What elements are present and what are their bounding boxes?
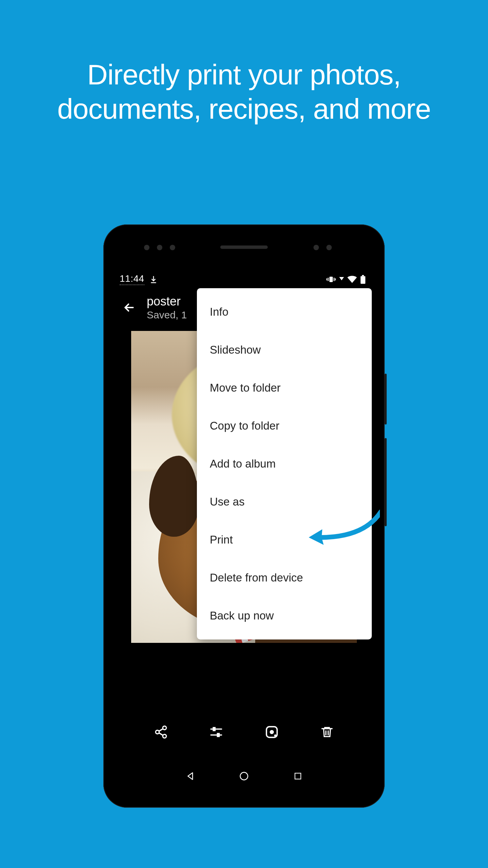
system-nav-bar xyxy=(116,757,372,795)
menu-item-delete-from-device[interactable]: Delete from device xyxy=(197,559,372,597)
menu-item-copy-to-folder[interactable]: Copy to folder xyxy=(197,407,372,445)
menu-item-label: Print xyxy=(210,533,233,546)
svg-point-8 xyxy=(156,730,159,734)
status-clock: 11:44 xyxy=(120,273,144,285)
menu-item-label: Delete from device xyxy=(210,571,303,584)
phone-speaker xyxy=(220,245,268,249)
trash-icon xyxy=(320,725,334,739)
page-title: poster xyxy=(147,294,187,309)
download-icon xyxy=(149,275,158,284)
bottom-action-bar xyxy=(116,707,372,757)
phone-sensor-dots xyxy=(144,245,175,250)
menu-item-print[interactable]: Print xyxy=(197,521,372,559)
lens-icon xyxy=(265,725,279,739)
page-subtitle: Saved, 1 xyxy=(147,309,187,321)
svg-rect-2 xyxy=(326,278,327,280)
edit-button[interactable] xyxy=(207,723,226,742)
vibrate-icon xyxy=(326,275,336,283)
menu-item-add-to-album[interactable]: Add to album xyxy=(197,445,372,483)
svg-point-21 xyxy=(240,772,248,780)
svg-rect-4 xyxy=(335,278,336,280)
phone-bezel: 11:44 xyxy=(108,229,380,803)
svg-point-17 xyxy=(270,730,274,734)
menu-item-move-to-folder[interactable]: Move to folder xyxy=(197,369,372,407)
svg-rect-3 xyxy=(334,278,335,281)
menu-item-info[interactable]: Info xyxy=(197,293,372,331)
menu-item-label: Info xyxy=(210,305,228,318)
triangle-back-icon xyxy=(185,771,196,781)
back-button[interactable] xyxy=(122,300,137,315)
phone-frame: 11:44 xyxy=(103,224,385,808)
wifi-icon xyxy=(347,276,357,283)
arrow-left-icon xyxy=(122,301,136,314)
menu-item-label: Back up now xyxy=(210,609,274,622)
signal-dropdown-icon xyxy=(339,277,344,282)
svg-rect-6 xyxy=(362,275,364,276)
phone-sensor-dots xyxy=(313,245,332,250)
svg-rect-14 xyxy=(214,727,215,730)
svg-rect-1 xyxy=(328,278,329,281)
menu-item-use-as[interactable]: Use as xyxy=(197,483,372,521)
overflow-menu: Info Slideshow Move to folder Copy to fo… xyxy=(197,288,372,639)
menu-item-slideshow[interactable]: Slideshow xyxy=(197,331,372,369)
svg-point-18 xyxy=(274,734,277,737)
headline-line-1: Directly print your photos, xyxy=(87,59,401,91)
menu-item-label: Add to album xyxy=(210,457,276,470)
marketing-headline: Directly print your photos, documents, r… xyxy=(57,58,431,126)
svg-point-7 xyxy=(163,726,166,730)
phone-side-button xyxy=(385,374,387,425)
menu-item-label: Use as xyxy=(210,495,245,508)
circle-home-icon xyxy=(239,771,249,781)
headline-line-2: documents, recipes, and more xyxy=(57,93,431,125)
lens-button[interactable] xyxy=(262,723,281,742)
delete-button[interactable] xyxy=(318,723,337,742)
menu-item-label: Move to folder xyxy=(210,381,281,394)
share-icon xyxy=(154,725,168,739)
tune-icon xyxy=(209,725,223,739)
svg-line-11 xyxy=(159,733,163,735)
svg-rect-5 xyxy=(361,276,365,283)
phone-side-button xyxy=(385,438,387,526)
share-button[interactable] xyxy=(151,723,170,742)
menu-item-label: Slideshow xyxy=(210,343,261,356)
menu-item-label: Copy to folder xyxy=(210,419,279,432)
svg-point-9 xyxy=(163,734,166,738)
battery-icon xyxy=(360,275,366,284)
svg-rect-0 xyxy=(329,277,333,282)
square-recent-icon xyxy=(293,772,302,781)
menu-item-back-up-now[interactable]: Back up now xyxy=(197,597,372,635)
svg-rect-15 xyxy=(218,733,219,736)
nav-recent[interactable] xyxy=(291,769,305,783)
svg-line-10 xyxy=(159,729,163,731)
status-bar: 11:44 xyxy=(116,270,372,289)
nav-home[interactable] xyxy=(237,769,251,783)
svg-rect-22 xyxy=(295,773,301,779)
nav-back[interactable] xyxy=(184,769,197,783)
